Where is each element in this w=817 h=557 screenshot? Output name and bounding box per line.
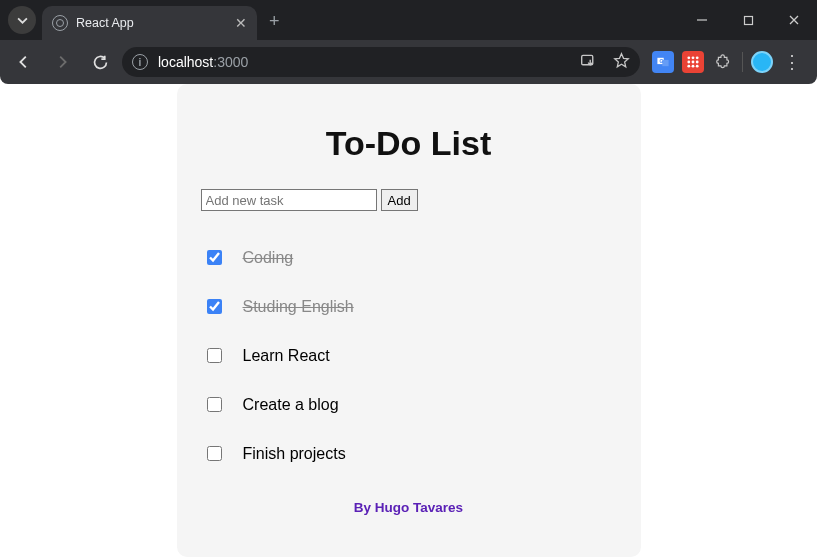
svg-point-13 xyxy=(692,65,695,68)
task-checkbox[interactable] xyxy=(207,446,222,461)
url-host: localhost xyxy=(158,54,213,70)
task-checkbox[interactable] xyxy=(207,250,222,265)
close-tab-icon[interactable]: ✕ xyxy=(235,16,247,30)
tab-title: React App xyxy=(76,16,134,30)
task-label: Create a blog xyxy=(243,396,339,414)
task-checkbox[interactable] xyxy=(207,299,222,314)
task-row: Learn React xyxy=(201,331,617,380)
kebab-menu-icon[interactable]: ⋮ xyxy=(781,51,803,73)
profile-avatar-icon[interactable] xyxy=(751,51,773,73)
svg-text:G: G xyxy=(660,59,664,64)
task-row: Coding xyxy=(201,233,617,282)
maximize-button[interactable] xyxy=(725,0,771,40)
add-button[interactable]: Add xyxy=(381,189,418,211)
browser-toolbar: i localhost:3000 G ⋮ xyxy=(0,40,817,84)
svg-point-14 xyxy=(696,65,699,68)
page-viewport: To-Do List Add CodingStuding EnglishLear… xyxy=(0,84,817,557)
browser-titlebar: React App ✕ + xyxy=(0,0,817,40)
url-text: localhost:3000 xyxy=(158,54,564,70)
svg-point-10 xyxy=(692,61,695,64)
forward-button[interactable] xyxy=(46,46,78,78)
back-button[interactable] xyxy=(8,46,40,78)
address-bar[interactable]: i localhost:3000 xyxy=(122,47,640,77)
add-task-row: Add xyxy=(201,189,617,211)
extension-icons: G ⋮ xyxy=(646,51,809,73)
svg-rect-1 xyxy=(744,16,752,24)
task-checkbox[interactable] xyxy=(207,348,222,363)
bookmark-icon[interactable] xyxy=(613,52,630,72)
page-title: To-Do List xyxy=(201,124,617,163)
task-label: Learn React xyxy=(243,347,330,365)
svg-point-11 xyxy=(696,61,699,64)
svg-point-9 xyxy=(687,61,690,64)
separator xyxy=(742,52,743,72)
task-label: Coding xyxy=(243,249,294,267)
task-row: Studing English xyxy=(201,282,617,331)
task-row: Finish projects xyxy=(201,429,617,478)
svg-point-7 xyxy=(692,56,695,59)
extensions-menu-icon[interactable] xyxy=(712,51,734,73)
svg-point-6 xyxy=(687,56,690,59)
browser-tab[interactable]: React App ✕ xyxy=(42,6,257,40)
info-icon[interactable]: i xyxy=(132,54,148,70)
install-app-icon[interactable] xyxy=(580,52,597,72)
translate-extension-icon[interactable]: G xyxy=(652,51,674,73)
footer-credit: By Hugo Tavares xyxy=(201,500,617,515)
task-checkbox[interactable] xyxy=(207,397,222,412)
minimize-button[interactable] xyxy=(679,0,725,40)
svg-point-12 xyxy=(687,65,690,68)
new-task-input[interactable] xyxy=(201,189,377,211)
svg-point-8 xyxy=(696,56,699,59)
task-label: Studing English xyxy=(243,298,354,316)
window-controls xyxy=(679,0,817,40)
close-window-button[interactable] xyxy=(771,0,817,40)
todo-card: To-Do List Add CodingStuding EnglishLear… xyxy=(177,84,641,557)
new-tab-button[interactable]: + xyxy=(257,11,292,40)
task-list: CodingStuding EnglishLearn ReactCreate a… xyxy=(201,233,617,478)
reload-button[interactable] xyxy=(84,46,116,78)
url-port: :3000 xyxy=(213,54,248,70)
task-label: Finish projects xyxy=(243,445,346,463)
tab-search-dropdown[interactable] xyxy=(8,6,36,34)
extension-icon-2[interactable] xyxy=(682,51,704,73)
task-row: Create a blog xyxy=(201,380,617,429)
globe-icon xyxy=(52,15,68,31)
